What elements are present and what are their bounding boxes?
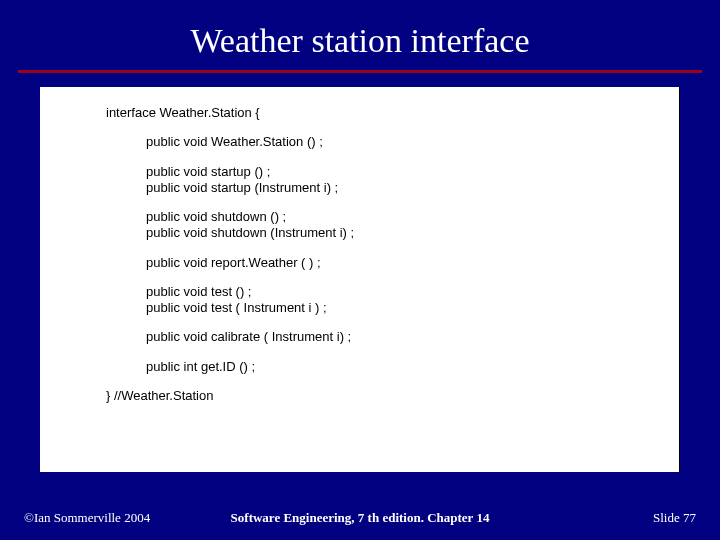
code-line: public void Weather.Station () ; <box>60 134 659 150</box>
code-line: public void report.Weather ( ) ; <box>60 255 659 271</box>
code-line: public void test () ; <box>60 284 659 300</box>
footer-copyright: ©Ian Sommerville 2004 <box>24 510 150 526</box>
code-line: public int get.ID () ; <box>60 359 659 375</box>
code-panel: interface Weather.Station { public void … <box>40 87 680 472</box>
slide-title: Weather station interface <box>0 0 720 70</box>
code-line: public void startup (Instrument i) ; <box>60 180 659 196</box>
code-line: } //Weather.Station <box>60 388 659 404</box>
title-underline <box>18 70 702 73</box>
code-line: public void shutdown (Instrument i) ; <box>60 225 659 241</box>
code-line: public void shutdown () ; <box>60 209 659 225</box>
slide-footer: ©Ian Sommerville 2004 Software Engineeri… <box>0 502 720 540</box>
code-line: public void test ( Instrument i ) ; <box>60 300 659 316</box>
footer-slide-number: Slide 77 <box>653 510 696 526</box>
code-line: public void calibrate ( Instrument i) ; <box>60 329 659 345</box>
code-line: public void startup () ; <box>60 164 659 180</box>
code-line: interface Weather.Station { <box>60 105 659 121</box>
